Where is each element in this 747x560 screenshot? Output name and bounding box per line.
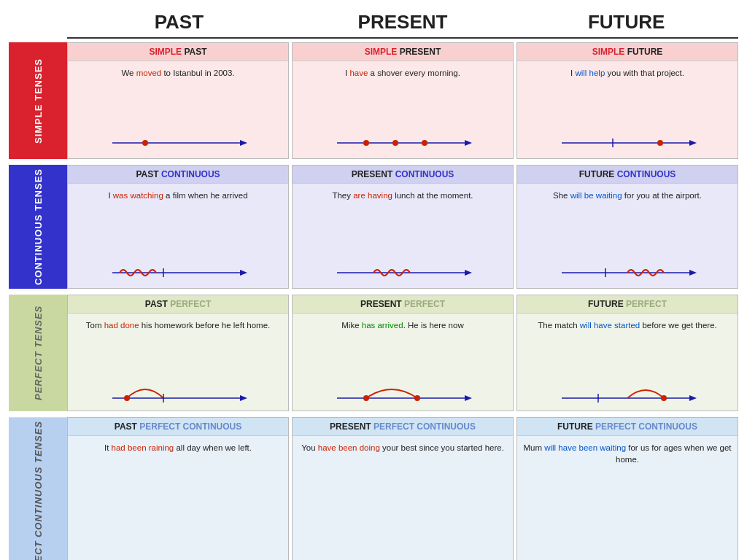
perfect-continuous-tenses-label: PERFECT CONTINUOUS TENSES — [9, 417, 67, 560]
future-perfect-body: The match will have started before we ge… — [517, 314, 738, 411]
past-cont-highlight: was watching — [113, 191, 163, 200]
simple-past-body: We moved to Istanbul in 2003. — [68, 61, 288, 158]
present-perfect-body: Mike has arrived. He is here now — [293, 314, 513, 411]
main-container: PAST PRESENT FUTURE SIMPLE TENSES SIMPLE… — [9, 7, 738, 560]
simple-past-header-simple: SIMPLE — [149, 47, 184, 57]
past-pf-cont-header-pfc: PERFECT CONTINUOUS — [139, 421, 241, 432]
perfect-continuous-tenses-row: PERFECT CONTINUOUS TENSES PAST PERFECT C… — [9, 417, 738, 560]
past-perfect-body: Tom had done his homework before he left… — [68, 314, 288, 411]
future-perfect-timeline — [522, 375, 733, 408]
past-pf-cont-body: It had been raining all day when we left… — [68, 436, 288, 560]
past-continuous-header-past: PAST — [136, 169, 160, 179]
future-perfect-svg — [522, 375, 733, 408]
past-pf-cont-timeline — [72, 557, 284, 560]
past-continuous-timeline — [72, 252, 284, 285]
present-pf-cont-body: You have been doing your best since you … — [293, 436, 513, 560]
svg-point-22 — [124, 395, 130, 401]
future-pf-cont-cell: FUTURE PERFECT CONTINUOUS Mum will have … — [516, 417, 738, 560]
future-perfect-highlight: will have started — [580, 321, 640, 330]
past-continuous-header-cont: CONTINUOUS — [161, 169, 220, 179]
past-continuous-body: I was watching a film when he arrived — [68, 184, 288, 288]
simple-tenses-row: SIMPLE TENSES SIMPLE PAST We moved to Is… — [9, 42, 738, 159]
past-perfect-timeline — [72, 375, 284, 408]
continuous-tenses-label: CONTINUOUS TENSES — [9, 165, 67, 289]
past-continuous-text: I was watching a film when he arrived — [72, 190, 284, 219]
perfect-continuous-cells: PAST PERFECT CONTINUOUS It had been rain… — [67, 417, 738, 560]
present-pf-cont-header-present: PRESENT — [330, 421, 374, 432]
present-pf-cont-header-pfc: PERFECT CONTINUOUS — [374, 421, 476, 432]
past-pf-cont-svg — [72, 557, 284, 560]
future-continuous-cell: FUTURE CONTINUOUS She will be waiting fo… — [516, 165, 738, 289]
header-future: FUTURE — [514, 7, 738, 39]
svg-marker-21 — [240, 395, 247, 401]
present-continuous-body: They are having lunch at the moment. — [293, 184, 513, 288]
present-continuous-cell: PRESENT CONTINUOUS They are having lunch… — [292, 165, 514, 289]
svg-marker-9 — [689, 140, 697, 146]
present-pf-cont-svg — [297, 557, 508, 560]
simple-past-text: We moved to Istanbul in 2003. — [72, 67, 284, 96]
past-pf-cont-cell: PAST PERFECT CONTINUOUS It had been rain… — [67, 417, 289, 560]
simple-future-timeline — [522, 122, 733, 155]
past-continuous-svg — [72, 252, 284, 285]
future-continuous-header: FUTURE CONTINUOUS — [517, 166, 738, 184]
header-past: PAST — [67, 7, 291, 39]
past-perfect-header-perfect: PERFECT — [170, 299, 211, 309]
future-pf-cont-text: Mum will have been waiting for us for ag… — [522, 442, 733, 471]
future-pf-cont-svg — [522, 557, 733, 560]
simple-past-header-past: PAST — [184, 47, 206, 57]
simple-present-cell: SIMPLE PRESENT I have a shover every mor… — [292, 42, 514, 159]
simple-present-highlight: have — [349, 69, 368, 77]
past-perfect-header-past: PAST — [145, 299, 170, 309]
simple-present-timeline — [297, 122, 508, 155]
svg-point-5 — [363, 140, 369, 146]
simple-present-text: I have a shover every morning. — [297, 67, 508, 96]
past-perfect-header: PAST PERFECT — [68, 295, 288, 314]
svg-marker-25 — [465, 395, 472, 401]
future-continuous-header-cont: CONTINUOUS — [617, 169, 676, 179]
present-perfect-svg — [297, 375, 508, 408]
header-row: PAST PRESENT FUTURE — [67, 7, 738, 39]
simple-present-svg — [297, 122, 508, 155]
perfect-tenses-label: PERFECT TENSES — [9, 295, 67, 411]
present-perfect-header-present: PRESENT — [360, 299, 404, 309]
future-perfect-header-future: FUTURE — [588, 299, 626, 309]
continuous-cells: PAST CONTINUOUS I was watching a film wh… — [67, 165, 738, 289]
svg-point-11 — [657, 140, 663, 146]
present-continuous-svg — [297, 252, 508, 285]
simple-future-body: I will help you with that project. — [517, 61, 738, 158]
present-pf-cont-cell: PRESENT PERFECT CONTINUOUS You have been… — [292, 417, 514, 560]
header-present: PRESENT — [291, 7, 515, 39]
simple-present-header-simple: SIMPLE — [365, 47, 400, 57]
present-perfect-cell: PRESENT PERFECT Mike has arrived. He is … — [292, 295, 514, 411]
svg-marker-4 — [465, 140, 472, 146]
present-perfect-highlight: has arrived — [362, 321, 403, 330]
svg-point-31 — [661, 395, 667, 401]
past-pf-cont-header: PAST PERFECT CONTINUOUS — [68, 418, 288, 436]
simple-future-cell: SIMPLE FUTURE I will help you with that … — [516, 42, 738, 159]
simple-tenses-label: SIMPLE TENSES — [9, 42, 67, 159]
present-pf-cont-highlight: have been doing — [318, 443, 380, 452]
present-perfect-header: PRESENT PERFECT — [293, 295, 513, 314]
simple-future-header-future: FUTURE — [627, 47, 663, 57]
svg-point-27 — [414, 395, 420, 401]
present-perfect-header-perfect: PERFECT — [404, 299, 445, 309]
svg-point-6 — [392, 140, 398, 146]
present-pf-cont-timeline — [297, 557, 508, 560]
future-perfect-text: The match will have started before we ge… — [522, 319, 733, 349]
past-perfect-highlight: had done — [104, 321, 139, 330]
simple-future-text: I will help you with that project. — [522, 67, 733, 96]
present-continuous-header-cont: CONTINUOUS — [395, 169, 454, 179]
svg-point-26 — [363, 395, 369, 401]
past-perfect-cell: PAST PERFECT Tom had done his homework b… — [67, 295, 289, 411]
svg-marker-1 — [240, 140, 247, 146]
future-continuous-body: She will be waiting for you at the airpo… — [517, 184, 738, 288]
past-perfect-svg — [72, 375, 284, 408]
present-continuous-header: PRESENT CONTINUOUS — [293, 166, 513, 184]
perfect-tenses-row: PERFECT TENSES PAST PERFECT Tom had done… — [9, 295, 738, 411]
future-continuous-text: She will be waiting for you at the airpo… — [522, 190, 733, 219]
future-pf-cont-header-future: FUTURE — [557, 421, 595, 432]
continuous-tenses-row: CONTINUOUS TENSES PAST CONTINUOUS I was … — [9, 165, 738, 289]
svg-point-7 — [422, 140, 427, 146]
future-perfect-header-perfect: PERFECT — [626, 299, 667, 309]
simple-cells: SIMPLE PAST We moved to Istanbul in 2003… — [67, 42, 738, 159]
